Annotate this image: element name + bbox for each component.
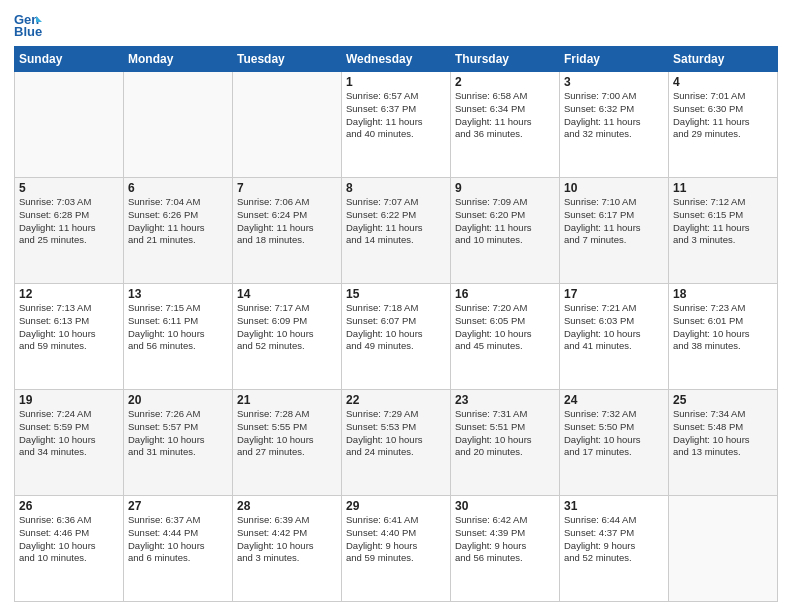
- cell-info: Sunrise: 7:29 AM Sunset: 5:53 PM Dayligh…: [346, 408, 446, 459]
- calendar-cell: 4Sunrise: 7:01 AM Sunset: 6:30 PM Daylig…: [669, 72, 778, 178]
- calendar-cell: 24Sunrise: 7:32 AM Sunset: 5:50 PM Dayli…: [560, 390, 669, 496]
- cell-info: Sunrise: 7:03 AM Sunset: 6:28 PM Dayligh…: [19, 196, 119, 247]
- day-number: 7: [237, 181, 337, 195]
- day-number: 19: [19, 393, 119, 407]
- calendar-cell: 29Sunrise: 6:41 AM Sunset: 4:40 PM Dayli…: [342, 496, 451, 602]
- logo: Gen Blue: [14, 10, 44, 38]
- calendar-cell: 12Sunrise: 7:13 AM Sunset: 6:13 PM Dayli…: [15, 284, 124, 390]
- day-number: 20: [128, 393, 228, 407]
- calendar-cell: 23Sunrise: 7:31 AM Sunset: 5:51 PM Dayli…: [451, 390, 560, 496]
- page: Gen Blue SundayMondayTuesdayWednesdayThu…: [0, 0, 792, 612]
- calendar-body: 1Sunrise: 6:57 AM Sunset: 6:37 PM Daylig…: [15, 72, 778, 602]
- cell-info: Sunrise: 7:23 AM Sunset: 6:01 PM Dayligh…: [673, 302, 773, 353]
- cell-info: Sunrise: 6:37 AM Sunset: 4:44 PM Dayligh…: [128, 514, 228, 565]
- calendar-cell: 16Sunrise: 7:20 AM Sunset: 6:05 PM Dayli…: [451, 284, 560, 390]
- day-number: 17: [564, 287, 664, 301]
- calendar-week-row: 5Sunrise: 7:03 AM Sunset: 6:28 PM Daylig…: [15, 178, 778, 284]
- calendar-cell: 28Sunrise: 6:39 AM Sunset: 4:42 PM Dayli…: [233, 496, 342, 602]
- cell-info: Sunrise: 7:28 AM Sunset: 5:55 PM Dayligh…: [237, 408, 337, 459]
- day-number: 31: [564, 499, 664, 513]
- svg-text:Blue: Blue: [14, 24, 42, 38]
- calendar-cell: 25Sunrise: 7:34 AM Sunset: 5:48 PM Dayli…: [669, 390, 778, 496]
- cell-info: Sunrise: 7:09 AM Sunset: 6:20 PM Dayligh…: [455, 196, 555, 247]
- calendar-cell: 27Sunrise: 6:37 AM Sunset: 4:44 PM Dayli…: [124, 496, 233, 602]
- cell-info: Sunrise: 7:20 AM Sunset: 6:05 PM Dayligh…: [455, 302, 555, 353]
- calendar-cell: 30Sunrise: 6:42 AM Sunset: 4:39 PM Dayli…: [451, 496, 560, 602]
- calendar-cell: 7Sunrise: 7:06 AM Sunset: 6:24 PM Daylig…: [233, 178, 342, 284]
- calendar-cell: 3Sunrise: 7:00 AM Sunset: 6:32 PM Daylig…: [560, 72, 669, 178]
- cell-info: Sunrise: 6:58 AM Sunset: 6:34 PM Dayligh…: [455, 90, 555, 141]
- day-number: 14: [237, 287, 337, 301]
- cell-info: Sunrise: 7:21 AM Sunset: 6:03 PM Dayligh…: [564, 302, 664, 353]
- day-number: 29: [346, 499, 446, 513]
- calendar-cell: 21Sunrise: 7:28 AM Sunset: 5:55 PM Dayli…: [233, 390, 342, 496]
- day-number: 9: [455, 181, 555, 195]
- calendar-header-row: SundayMondayTuesdayWednesdayThursdayFrid…: [15, 47, 778, 72]
- calendar-cell: 1Sunrise: 6:57 AM Sunset: 6:37 PM Daylig…: [342, 72, 451, 178]
- calendar-cell: 13Sunrise: 7:15 AM Sunset: 6:11 PM Dayli…: [124, 284, 233, 390]
- calendar-cell: 15Sunrise: 7:18 AM Sunset: 6:07 PM Dayli…: [342, 284, 451, 390]
- cell-info: Sunrise: 7:31 AM Sunset: 5:51 PM Dayligh…: [455, 408, 555, 459]
- calendar-cell: 22Sunrise: 7:29 AM Sunset: 5:53 PM Dayli…: [342, 390, 451, 496]
- day-number: 2: [455, 75, 555, 89]
- calendar-week-row: 1Sunrise: 6:57 AM Sunset: 6:37 PM Daylig…: [15, 72, 778, 178]
- calendar-table: SundayMondayTuesdayWednesdayThursdayFrid…: [14, 46, 778, 602]
- cell-info: Sunrise: 7:26 AM Sunset: 5:57 PM Dayligh…: [128, 408, 228, 459]
- cell-info: Sunrise: 6:44 AM Sunset: 4:37 PM Dayligh…: [564, 514, 664, 565]
- calendar-cell: 8Sunrise: 7:07 AM Sunset: 6:22 PM Daylig…: [342, 178, 451, 284]
- calendar-cell: [124, 72, 233, 178]
- cell-info: Sunrise: 7:32 AM Sunset: 5:50 PM Dayligh…: [564, 408, 664, 459]
- weekday-header: Saturday: [669, 47, 778, 72]
- calendar-cell: 19Sunrise: 7:24 AM Sunset: 5:59 PM Dayli…: [15, 390, 124, 496]
- day-number: 3: [564, 75, 664, 89]
- calendar-cell: 5Sunrise: 7:03 AM Sunset: 6:28 PM Daylig…: [15, 178, 124, 284]
- day-number: 24: [564, 393, 664, 407]
- day-number: 15: [346, 287, 446, 301]
- day-number: 12: [19, 287, 119, 301]
- calendar-cell: [15, 72, 124, 178]
- cell-info: Sunrise: 6:42 AM Sunset: 4:39 PM Dayligh…: [455, 514, 555, 565]
- calendar-cell: 17Sunrise: 7:21 AM Sunset: 6:03 PM Dayli…: [560, 284, 669, 390]
- day-number: 22: [346, 393, 446, 407]
- cell-info: Sunrise: 7:07 AM Sunset: 6:22 PM Dayligh…: [346, 196, 446, 247]
- calendar-week-row: 19Sunrise: 7:24 AM Sunset: 5:59 PM Dayli…: [15, 390, 778, 496]
- day-number: 8: [346, 181, 446, 195]
- calendar-cell: 6Sunrise: 7:04 AM Sunset: 6:26 PM Daylig…: [124, 178, 233, 284]
- cell-info: Sunrise: 7:34 AM Sunset: 5:48 PM Dayligh…: [673, 408, 773, 459]
- logo-icon: Gen Blue: [14, 10, 42, 38]
- day-number: 21: [237, 393, 337, 407]
- cell-info: Sunrise: 7:17 AM Sunset: 6:09 PM Dayligh…: [237, 302, 337, 353]
- day-number: 16: [455, 287, 555, 301]
- calendar-cell: 18Sunrise: 7:23 AM Sunset: 6:01 PM Dayli…: [669, 284, 778, 390]
- day-number: 30: [455, 499, 555, 513]
- day-number: 4: [673, 75, 773, 89]
- calendar-cell: 20Sunrise: 7:26 AM Sunset: 5:57 PM Dayli…: [124, 390, 233, 496]
- day-number: 5: [19, 181, 119, 195]
- cell-info: Sunrise: 7:13 AM Sunset: 6:13 PM Dayligh…: [19, 302, 119, 353]
- day-number: 26: [19, 499, 119, 513]
- cell-info: Sunrise: 7:06 AM Sunset: 6:24 PM Dayligh…: [237, 196, 337, 247]
- cell-info: Sunrise: 7:15 AM Sunset: 6:11 PM Dayligh…: [128, 302, 228, 353]
- calendar-cell: 2Sunrise: 6:58 AM Sunset: 6:34 PM Daylig…: [451, 72, 560, 178]
- weekday-header: Monday: [124, 47, 233, 72]
- day-number: 23: [455, 393, 555, 407]
- day-number: 10: [564, 181, 664, 195]
- calendar-cell: 14Sunrise: 7:17 AM Sunset: 6:09 PM Dayli…: [233, 284, 342, 390]
- weekday-header: Wednesday: [342, 47, 451, 72]
- calendar-week-row: 12Sunrise: 7:13 AM Sunset: 6:13 PM Dayli…: [15, 284, 778, 390]
- day-number: 13: [128, 287, 228, 301]
- weekday-header: Sunday: [15, 47, 124, 72]
- weekday-header: Thursday: [451, 47, 560, 72]
- cell-info: Sunrise: 7:00 AM Sunset: 6:32 PM Dayligh…: [564, 90, 664, 141]
- cell-info: Sunrise: 6:39 AM Sunset: 4:42 PM Dayligh…: [237, 514, 337, 565]
- calendar-cell: [669, 496, 778, 602]
- cell-info: Sunrise: 7:10 AM Sunset: 6:17 PM Dayligh…: [564, 196, 664, 247]
- weekday-header: Friday: [560, 47, 669, 72]
- calendar-cell: 9Sunrise: 7:09 AM Sunset: 6:20 PM Daylig…: [451, 178, 560, 284]
- day-number: 18: [673, 287, 773, 301]
- cell-info: Sunrise: 7:24 AM Sunset: 5:59 PM Dayligh…: [19, 408, 119, 459]
- cell-info: Sunrise: 6:36 AM Sunset: 4:46 PM Dayligh…: [19, 514, 119, 565]
- day-number: 11: [673, 181, 773, 195]
- cell-info: Sunrise: 7:18 AM Sunset: 6:07 PM Dayligh…: [346, 302, 446, 353]
- calendar-week-row: 26Sunrise: 6:36 AM Sunset: 4:46 PM Dayli…: [15, 496, 778, 602]
